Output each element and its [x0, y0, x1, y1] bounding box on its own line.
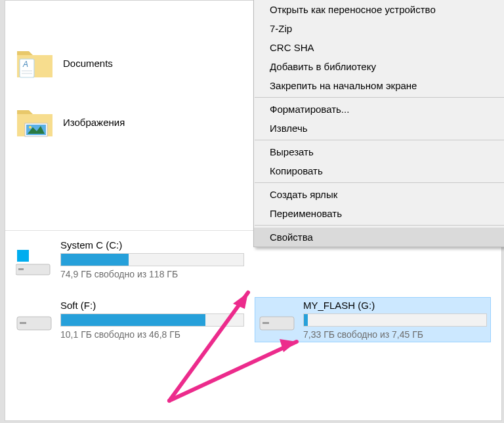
context-menu-item[interactable]: Копировать: [254, 161, 504, 180]
context-menu-item[interactable]: Форматировать...: [254, 100, 504, 119]
context-menu-item[interactable]: Свойства: [254, 228, 504, 247]
drive-name: System C (C:): [60, 239, 244, 251]
context-menu-item[interactable]: Добавить в библиотеку: [254, 57, 504, 76]
context-menu-item[interactable]: Создать ярлык: [254, 185, 504, 204]
context-menu-separator: [255, 140, 504, 140]
context-menu-item[interactable]: CRC SHA: [254, 38, 504, 57]
context-menu-item[interactable]: Закрепить на начальном экране: [254, 76, 504, 95]
drive-free-text: 7,33 ГБ свободно из 7,45 ГБ: [303, 329, 487, 340]
folder-label: Documents: [63, 58, 113, 69]
context-menu-item[interactable]: Вырезать: [254, 142, 504, 161]
drive-name: MY_FLASH (G:): [303, 300, 487, 311]
context-menu-item[interactable]: Открыть как переносное устройство: [254, 0, 504, 19]
folder-documents[interactable]: A Documents: [12, 33, 255, 92]
context-menu-separator: [255, 97, 504, 98]
explorer-window: A Documents: [5, 0, 502, 421]
svg-rect-10: [18, 268, 24, 270]
context-menu-separator: [255, 225, 504, 226]
drive-free-text: 10,1 ГБ свободно из 46,8 ГБ: [60, 329, 244, 340]
context-menu-item[interactable]: 7-Zip: [254, 19, 504, 38]
drive-usage-bar: [60, 253, 244, 266]
svg-text:A: A: [22, 60, 28, 69]
drive-usage-fill: [61, 254, 129, 266]
drive-usage-fill: [304, 314, 308, 326]
drive-usage-bar: [60, 313, 244, 327]
svg-point-7: [29, 126, 32, 129]
drive-name: Soft (F:): [60, 300, 244, 311]
folder-label: Изображения: [63, 117, 125, 128]
context-menu-item[interactable]: Извлечь: [254, 119, 504, 138]
drive-free-text: 74,9 ГБ свободно из 118 ГБ: [60, 269, 244, 279]
drive-soft-f[interactable]: Soft (F:) 10,1 ГБ свободно из 46,8 ГБ: [12, 297, 248, 342]
folder-documents-icon: A: [16, 46, 54, 80]
drive-usage-bar: [303, 313, 487, 327]
drive-myflash-g[interactable]: MY_FLASH (G:) 7,33 ГБ свободно из 7,45 Г…: [255, 297, 491, 342]
svg-rect-14: [262, 322, 269, 324]
svg-rect-8: [17, 250, 29, 262]
svg-rect-12: [20, 322, 26, 324]
context-menu-separator: [255, 182, 504, 183]
folder-pictures[interactable]: Изображения: [12, 92, 255, 151]
drive-system-c[interactable]: System C (C:) 74,9 ГБ свободно из 118 ГБ: [12, 237, 248, 282]
folder-list: A Documents: [12, 33, 255, 151]
context-menu: Открыть как переносное устройство7-ZipCR…: [253, 0, 504, 247]
drive-hdd-icon: [259, 309, 295, 338]
drive-usage-fill: [61, 314, 205, 326]
drive-hdd-icon: [16, 309, 52, 338]
drive-windows-icon: [16, 249, 52, 277]
context-menu-item[interactable]: Переименовать: [254, 204, 504, 223]
folder-pictures-icon: [16, 105, 54, 139]
svg-line-17: [169, 342, 297, 401]
